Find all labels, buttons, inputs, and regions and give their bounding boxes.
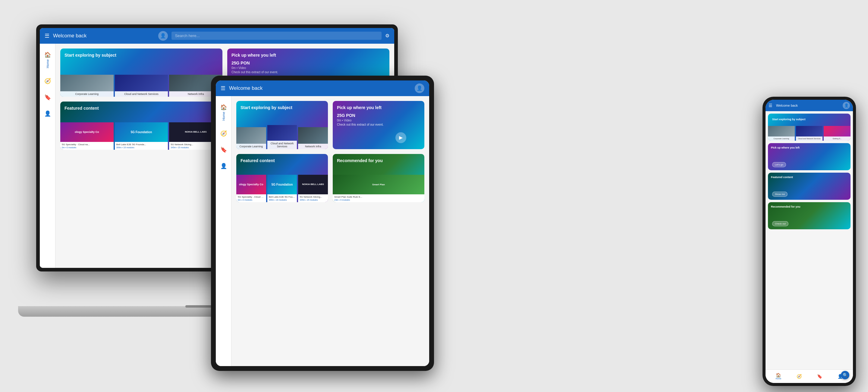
tablet-app: ☰ Welcome back 👤 🏠 Home 🧭 — [216, 80, 429, 366]
profile-icon: 👤 — [44, 110, 51, 117]
course-info-2: Bell Labs E2E 5G Founda... 399m • 16 mod… — [115, 142, 168, 150]
course-thumb-2[interactable]: 5G Foundation Bell Labs E2E 5G Founda...… — [115, 122, 168, 150]
tablet-course-meta-1: 0m • 0 modules — [238, 199, 265, 201]
search-input[interactable] — [172, 32, 381, 40]
course-info-1: 5G Speciality - Cloud na... 0m • 0 modul… — [60, 142, 114, 150]
phone-subject-cloud[interactable]: Cloud and Network Services — [796, 124, 823, 141]
tablet-course-name-1: 5G Speciality - Cloud na... — [238, 196, 265, 198]
tablet-avatar[interactable]: 👤 — [415, 84, 424, 93]
cloud-img — [115, 75, 168, 91]
phone-cloud-img — [796, 126, 823, 136]
tablet-home-label: Home — [222, 112, 225, 121]
phone-app-header: ☰ Welcome back 👤 — [766, 100, 853, 111]
explore-icon: 🧭 — [44, 78, 51, 85]
tablet-pickup-name: 25G PON — [337, 113, 384, 118]
phone-subject-corp[interactable]: Corporate Learning — [768, 124, 795, 141]
tablet-explore-card[interactable]: Start exploring by subject Corporate Lea… — [236, 101, 328, 149]
phone-subject-getting[interactable]: Getting S... — [824, 124, 850, 141]
tablet-main-content: Start exploring by subject Corporate Lea… — [231, 96, 429, 366]
phone-fab-search[interactable]: 🔍 — [841, 371, 849, 379]
tablet-course-meta-2: 399m • 16 modules — [269, 199, 296, 201]
sidebar-item-explore[interactable]: 🧭 — [44, 78, 51, 85]
sidebar-item-profile[interactable]: 👤 — [44, 110, 51, 117]
tablet-pickup-meta: 0m • Video — [337, 119, 384, 122]
phone-recommended-btn[interactable]: Check out — [772, 221, 788, 226]
phone-pickup-btn[interactable]: Let's go — [772, 162, 786, 167]
phone-featured-btn[interactable]: Show me — [772, 192, 787, 197]
home-icon: 🏠 — [44, 52, 51, 58]
explore-card[interactable]: Start exploring by subject Corporate Lea… — [60, 48, 222, 97]
tablet-subject-corp[interactable]: Corporate Learning — [236, 125, 266, 149]
corp-img — [60, 75, 114, 91]
course-thumb-1[interactable]: ology Specialty Co 5G Speciality - Cloud… — [60, 122, 114, 150]
tablet-menu-icon[interactable]: ☰ — [221, 85, 225, 92]
avatar[interactable]: 👤 — [158, 31, 168, 41]
phone-nav-saved[interactable]: 🔖 — [817, 374, 822, 379]
subject-thumb-corp[interactable]: Corporate Learning — [60, 73, 114, 97]
tablet-home-icon: 🏠 — [220, 104, 227, 110]
phone-pickup-card[interactable]: Pick up where you left Let's go — [768, 143, 850, 170]
tablet-page-title: Welcome back — [229, 85, 411, 91]
phone-nav-explore[interactable]: 🧭 — [797, 374, 802, 379]
phone-cloud-label: Cloud and Network Services — [796, 136, 823, 141]
subject-thumb-cloud[interactable]: Cloud and Network Services — [115, 73, 168, 97]
laptop-app-header: ☰ Welcome back 👤 ⚙ — [40, 28, 394, 44]
phone-featured-card: Featured content Show me — [768, 173, 850, 200]
tablet-sidebar: 🏠 Home 🧭 🔖 👤 — [216, 96, 231, 366]
tablet-sidebar-saved[interactable]: 🔖 — [220, 146, 227, 153]
tablet-course-meta-3: 345m • 15 modules — [300, 199, 327, 201]
phone-corp-img — [768, 126, 795, 136]
phone-getting-label: Getting S... — [824, 136, 850, 141]
phone-menu-icon[interactable]: ☰ — [769, 103, 772, 108]
phone-device: ☰ Welcome back 👤 Start exploring by subj… — [763, 97, 856, 386]
filter-icon[interactable]: ⚙ — [385, 33, 390, 39]
tablet-rec-thumb-1[interactable]: Smart Plan Smart Plan Suite Rule E... 23… — [333, 175, 424, 202]
phone-pickup-title: Pick up where you left — [771, 146, 800, 149]
pickup-course-name: 25G PON — [231, 61, 278, 65]
tablet-sidebar-explore[interactable]: 🧭 — [220, 130, 227, 137]
tablet-course-img-1: ology Specialty Co — [236, 175, 266, 194]
tablet-explore-subjects: Corporate Learning Cloud and Network Ser… — [236, 125, 328, 149]
featured-courses: ology Specialty Co 5G Speciality - Cloud… — [60, 122, 222, 150]
tablet-corp-label: Corporate Learning — [236, 144, 266, 149]
phone-explore-title: Start exploring by subject — [772, 118, 806, 121]
corp-label: Corporate Learning — [60, 91, 114, 97]
tablet-rec-img-1: Smart Plan — [333, 175, 424, 194]
phone-body: ☰ Welcome back 👤 Start exploring by subj… — [763, 97, 856, 386]
tablet-course-name-3: 5G Network Slicing... — [300, 196, 327, 198]
menu-icon[interactable]: ☰ — [44, 33, 50, 39]
phone-app: ☰ Welcome back 👤 Start exploring by subj… — [766, 100, 853, 383]
course-name-2: Bell Labs E2E 5G Founda... — [116, 143, 167, 146]
phone-avatar[interactable]: 👤 — [843, 102, 850, 109]
tablet-course-2[interactable]: 5G Foundation Bell Labs E2E 5G Founda...… — [267, 175, 297, 202]
tablet-recommended-title: Recommended for you — [337, 158, 383, 163]
sidebar-item-home[interactable]: 🏠 Home — [44, 52, 51, 68]
tablet-screen: ☰ Welcome back 👤 🏠 Home 🧭 — [216, 80, 429, 366]
tablet-course-info-2: Bell Labs E2E 5G Founda... 399m • 16 mod… — [267, 194, 297, 202]
tablet-course-info-1: 5G Speciality - Cloud na... 0m • 0 modul… — [236, 194, 266, 202]
tablet-cloud-img — [267, 125, 297, 141]
tablet-play-button[interactable]: ▶ — [396, 132, 406, 143]
featured-card: Featured content ology Specialty Co 5G S… — [60, 102, 222, 150]
tablet-course-info-3: 5G Network Slicing... 345m • 15 modules — [298, 194, 328, 202]
phone-nav-explore-icon: 🧭 — [797, 374, 802, 379]
tablet-pickup-card[interactable]: Pick up where you left 25G PON 0m • Vide… — [333, 101, 424, 149]
tablet-sidebar-profile[interactable]: 👤 — [220, 163, 227, 169]
explore-subjects: Corporate Learning Cloud and Network Ser… — [60, 73, 222, 97]
pickup-course-meta: 0m • Video — [231, 66, 278, 70]
tablet-subject-cloud[interactable]: Cloud and Network Services — [267, 125, 297, 149]
phone-explore-card[interactable]: Start exploring by subject Corporate Lea… — [768, 113, 850, 141]
tablet-subject-network[interactable]: Network Infra — [298, 125, 328, 149]
phone-recommended-title: Recommended for you — [771, 205, 801, 208]
phone-getting-img — [824, 126, 850, 136]
tablet-recommended-courses: Smart Plan Smart Plan Suite Rule E... 23… — [333, 175, 424, 202]
tablet-nokia-logo: NOKIA BELL LABS — [302, 183, 324, 186]
sidebar-item-saved[interactable]: 🔖 — [44, 94, 51, 101]
tablet-course-3[interactable]: NOKIA BELL LABS 5G Network Slicing... 34… — [298, 175, 328, 202]
phone-nav-saved-icon: 🔖 — [817, 374, 822, 379]
tablet-sidebar-home[interactable]: 🏠 Home — [220, 104, 227, 121]
tablet-featured-title: Featured content — [241, 158, 275, 163]
phone-nav-home[interactable]: 🏠 Home — [776, 373, 781, 380]
tablet-course-1[interactable]: ology Specialty Co 5G Speciality - Cloud… — [236, 175, 266, 202]
laptop-sidebar: 🏠 Home 🧭 🔖 👤 — [40, 44, 56, 268]
